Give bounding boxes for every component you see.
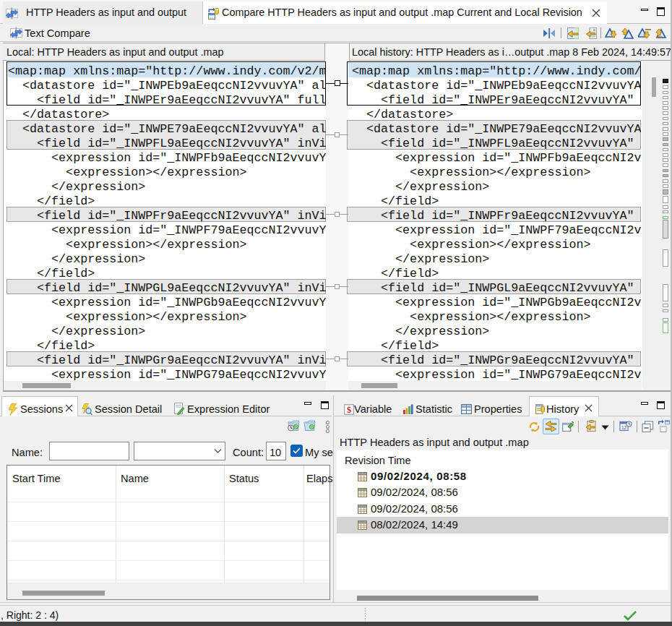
svg-text:12: 12 bbox=[621, 425, 627, 430]
svg-text:$: $ bbox=[347, 404, 351, 414]
